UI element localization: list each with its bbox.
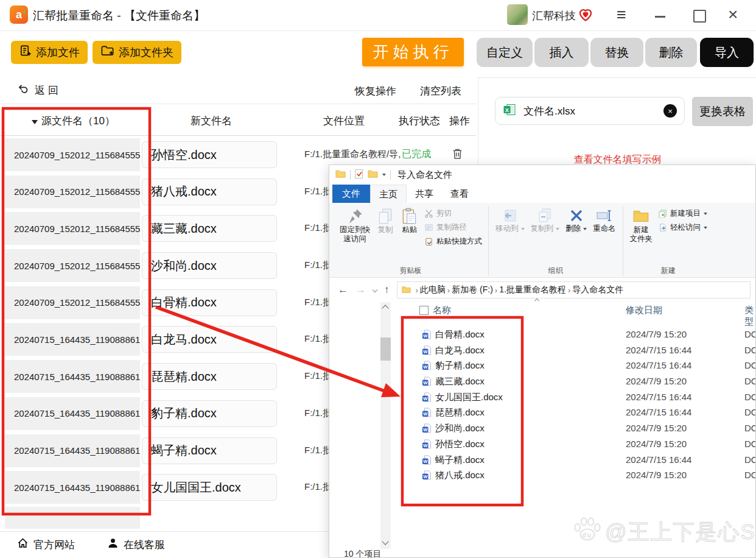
explorer-titlebar[interactable]: 导入命名文件 [329, 165, 755, 185]
navpane-scrollbar[interactable] [380, 302, 391, 549]
explorer-file-row[interactable]: W 藏三藏.docx 2024/7/9 15:20 DO [415, 374, 756, 390]
nav-forward-icon[interactable]: → [355, 284, 366, 296]
word-file-icon: W [422, 408, 432, 420]
explorer-file-row[interactable]: W 女儿国国王.docx 2024/7/15 16:44 DO [415, 390, 756, 406]
tab-share[interactable]: 共享 [407, 185, 442, 203]
copy-button[interactable]: 复制 [373, 206, 397, 236]
tab-delete[interactable]: 删除 [645, 38, 697, 67]
breadcrumb-item[interactable]: 新加卷 (F:) [452, 284, 493, 295]
source-file-cell[interactable]: W 20240709_152012_115684555 [5, 138, 140, 171]
user-avatar[interactable] [507, 4, 528, 25]
breadcrumb-item[interactable]: 导入命名文件 [572, 284, 623, 295]
breadcrumb-item[interactable]: 此电脑 [420, 284, 446, 295]
quick-access-dropdown-icon[interactable] [382, 174, 386, 176]
source-file-cell[interactable]: W 20240715_164435_119088861 [5, 397, 140, 430]
baidu-paw-icon: du [573, 517, 601, 547]
folder-icon[interactable] [368, 169, 378, 180]
new-name-field[interactable]: 女儿国国王.docx [142, 474, 277, 501]
source-file-cell[interactable]: W 20240715_164435_119088861 [5, 434, 140, 467]
paste-button[interactable]: 粘贴 [397, 206, 422, 236]
paste-shortcut-button[interactable]: 粘贴快捷方式 [424, 236, 482, 247]
scroll-down-icon[interactable] [382, 538, 388, 545]
source-file-cell[interactable]: W 20240715_164435_119088861 [5, 471, 140, 504]
new-name-field[interactable]: 蝎子精.docx [142, 437, 277, 464]
cut-button[interactable]: 剪切 [424, 208, 482, 219]
source-file-cell[interactable]: W 20240715_164435_119088861 [5, 323, 140, 356]
delete-button[interactable]: 删除 [562, 206, 590, 235]
column-date-modified[interactable]: 修改日期 [626, 305, 662, 316]
file-type: DO [744, 376, 756, 386]
scroll-up-icon[interactable] [382, 305, 388, 311]
explorer-file-row[interactable]: W 琵琶精.docx 2024/7/15 16:44 DO [415, 405, 756, 421]
column-name[interactable]: 名称 [433, 305, 451, 316]
explorer-file-row[interactable]: W 白骨精.docx 2024/7/9 15:20 DO [415, 327, 756, 343]
explorer-file-row[interactable]: W 沙和尚.docx 2024/7/9 15:20 DO [415, 421, 756, 437]
new-name-field[interactable]: 孙悟空.docx [142, 141, 277, 168]
tab-import[interactable]: 导入 [700, 38, 754, 67]
online-support-link[interactable]: 在线客服 [107, 537, 165, 552]
tab-replace[interactable]: 替换 [590, 38, 643, 67]
column-source-filename[interactable]: 源文件名（10） [32, 114, 115, 128]
new-name-field[interactable]: 琵琶精.docx [142, 363, 277, 390]
tab-view[interactable]: 查看 [442, 185, 477, 203]
source-file-cell[interactable]: W 20240715_164435_119088861 [5, 360, 140, 393]
explorer-file-row[interactable]: W 猪八戒.docx 2024/7/9 15:20 DO [415, 468, 756, 484]
nav-history-dropdown-icon[interactable] [373, 288, 377, 292]
back-button[interactable]: 返 回 [17, 83, 58, 97]
add-file-button[interactable]: 添加文件 [11, 41, 88, 64]
copy-path-button[interactable]: 复制路径 [424, 222, 482, 233]
minimize-button[interactable] [655, 16, 665, 18]
breadcrumb-item[interactable]: 1.批量重命名教程 [499, 284, 566, 295]
source-file-cell[interactable]: W 20240709_152012_115684555 [5, 212, 140, 245]
address-bar[interactable]: ›此电脑›新加卷 (F:)›1.批量重命名教程›导入命名文件 [397, 281, 751, 298]
move-to-button[interactable]: 移动到 [492, 206, 528, 235]
copy-path-icon [424, 223, 433, 232]
new-name-field[interactable]: 沙和尚.docx [142, 252, 277, 279]
explorer-file-row[interactable]: W 蝎子精.docx 2024/7/15 16:44 DO [415, 453, 756, 468]
selected-table-field[interactable]: X 文件名.xlsx × [495, 97, 685, 125]
source-file-cell[interactable]: W 20240709_152012_115684555 [5, 286, 140, 319]
explorer-file-row[interactable]: W 豹子精.docx 2024/7/15 16:44 DO [415, 358, 756, 374]
easy-access-button[interactable]: 轻松访问 [658, 222, 707, 233]
new-name-field[interactable]: 藏三藏.docx [142, 215, 277, 242]
new-name-field[interactable]: 白龙马.docx [142, 326, 277, 353]
change-table-button[interactable]: 更换表格 [692, 97, 753, 126]
source-file-cell[interactable]: W 20240709_152012_115684555 [5, 249, 140, 282]
tab-custom[interactable]: 自定义 [477, 38, 533, 67]
source-file-cell[interactable]: W 20240709_152012_115684555 [5, 175, 140, 208]
restore-action-link[interactable]: 恢复操作 [355, 84, 396, 98]
quick-access-check-icon[interactable] [355, 169, 363, 182]
heart-badge-icon[interactable] [577, 6, 594, 25]
hamburger-menu-icon[interactable]: ≡ [617, 5, 626, 24]
explorer-file-row[interactable]: W 白龙马.docx 2024/7/15 16:44 DO [415, 343, 756, 359]
ribbon-group-clipboard: 固定到快 速访问 复制 粘贴 剪切 [333, 205, 488, 277]
rename-button[interactable]: 重命名 [590, 206, 619, 235]
maximize-button[interactable] [693, 10, 706, 23]
new-name-field[interactable]: 豹子精.docx [142, 400, 277, 427]
new-name-field[interactable]: 猪八戒.docx [142, 178, 277, 205]
nav-up-icon[interactable]: ↑ [384, 284, 390, 296]
pin-to-quick-access-button[interactable]: 固定到快 速访问 [337, 206, 373, 245]
clear-file-icon[interactable]: × [663, 104, 677, 118]
tab-file[interactable]: 文件 [332, 185, 370, 203]
add-folder-button[interactable]: 添加文件夹 [93, 41, 181, 64]
word-file-icon: W [422, 470, 432, 482]
clear-list-link[interactable]: 清空列表 [420, 84, 461, 98]
delete-row-button[interactable] [452, 147, 464, 161]
explorer-file-row[interactable]: W 孙悟空.docx 2024/7/9 15:20 DO [415, 437, 756, 453]
new-name-field[interactable]: 白骨精.docx [142, 289, 277, 316]
new-folder-button[interactable]: 新建 文件夹 [627, 206, 656, 245]
select-all-checkbox[interactable] [419, 306, 429, 315]
nav-back-icon[interactable]: ← [338, 284, 348, 296]
tab-home[interactable]: 主页 [370, 185, 407, 203]
scrollbar-thumb[interactable] [380, 337, 391, 361]
official-site-link[interactable]: 官方网站 [17, 537, 75, 552]
trash-icon [452, 147, 463, 160]
new-item-button[interactable]: 新建项目 [658, 208, 707, 219]
copy-to-button[interactable]: 复制到 [528, 206, 563, 235]
file-date: 2024/7/15 16:44 [626, 345, 691, 355]
tab-insert[interactable]: 插入 [534, 38, 589, 67]
start-execute-button[interactable]: 开始执行 [362, 38, 464, 66]
column-type[interactable]: 类型 [744, 305, 755, 328]
close-button[interactable]: × [728, 5, 738, 24]
